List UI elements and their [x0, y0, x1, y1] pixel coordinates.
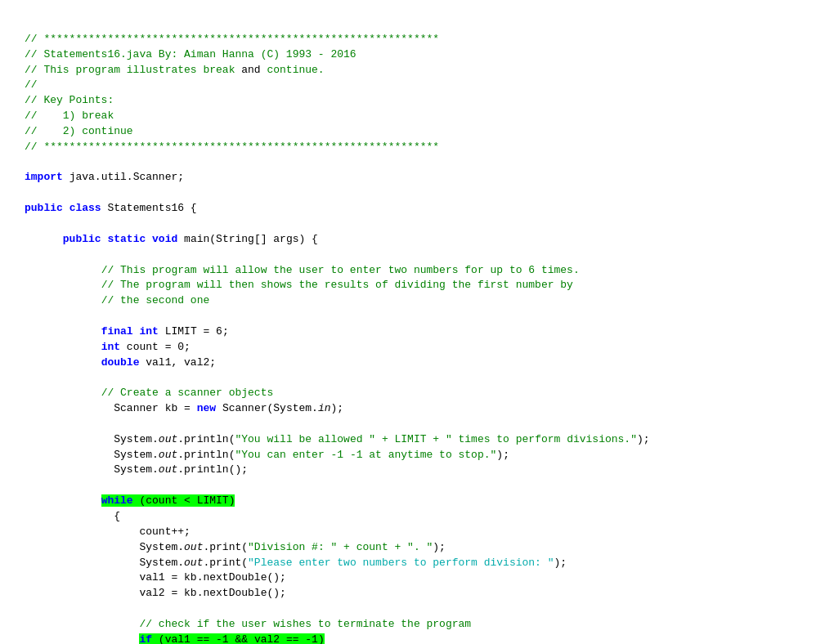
comment-line-1: // *************************************… [25, 33, 439, 45]
class-keyword: class [70, 202, 101, 214]
int-keyword-1: int [139, 325, 158, 338]
public-keyword-2: public [63, 233, 101, 245]
inline-comment-5: // check if the user wishes to terminate… [139, 618, 471, 630]
static-keyword: static [107, 233, 146, 245]
comment-line-8: // *************************************… [25, 141, 439, 153]
comment-line-2: // Statements16.java By: Aiman Hanna (C)… [25, 48, 356, 60]
inline-comment-1: // This program will allow the user to e… [101, 264, 580, 276]
comment-line-6: // 1) break [25, 110, 114, 122]
if-keyword: if [139, 633, 152, 644]
comment-line-4: // [25, 78, 38, 91]
int-keyword-2: int [101, 341, 120, 353]
comment-line-3: // This program illustrates break and co… [25, 64, 325, 76]
double-keyword: double [101, 356, 140, 369]
void-keyword: void [152, 233, 177, 245]
public-keyword-1: public [25, 202, 63, 214]
code-editor: // *************************************… [25, 16, 809, 644]
inline-comment-4: // Create a scanner objects [101, 387, 274, 399]
if-highlight: if (val1 == -1 && val2 == -1) [139, 633, 324, 644]
while-keyword: while [101, 494, 133, 507]
while-highlight: while (count < LIMIT) [101, 494, 235, 507]
inline-comment-2: // The program will then shows the resul… [101, 279, 573, 291]
import-keyword: import [25, 171, 63, 183]
inline-comment-3: // the second one [101, 294, 210, 306]
comment-line-7: // 2) continue [25, 125, 133, 137]
final-keyword: final [101, 325, 133, 338]
new-keyword: new [197, 402, 216, 414]
comment-line-5: // Key Points: [25, 94, 114, 106]
